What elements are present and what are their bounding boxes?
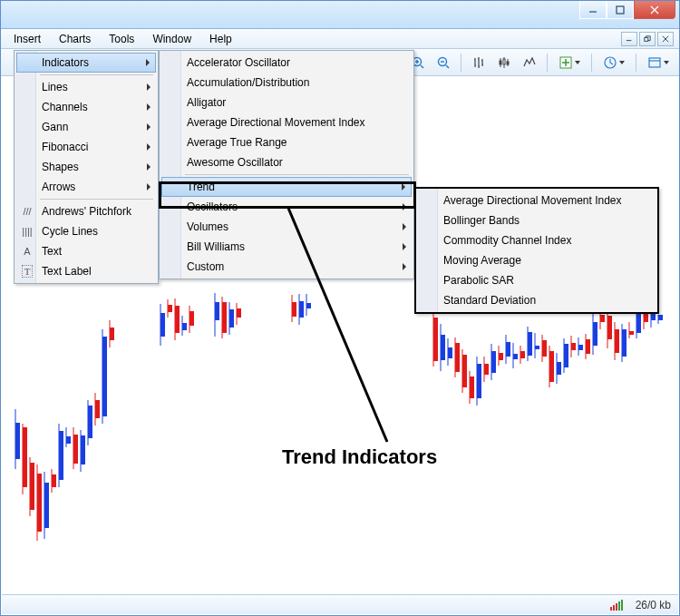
- trend-submenu: Average Directional Movement Index Bolli…: [414, 187, 659, 314]
- menu-item-trend[interactable]: Trend: [161, 177, 412, 197]
- andrews-pitchfork-icon: ///: [20, 204, 34, 219]
- menu-item-indicators[interactable]: Indicators: [16, 53, 156, 73]
- svg-rect-14: [618, 601, 620, 611]
- connection-icon: [610, 600, 627, 611]
- templates-button[interactable]: [643, 53, 674, 73]
- menu-item-bill-williams[interactable]: Bill Williams: [161, 237, 412, 257]
- menu-window[interactable]: Window: [143, 31, 200, 47]
- menu-label: Average True Range: [187, 136, 287, 149]
- chevron-right-icon: [403, 223, 406, 230]
- menu-label: Text: [42, 245, 62, 258]
- menu-separator: [40, 199, 153, 200]
- menubar: Insert Charts Tools Window Help: [1, 29, 679, 49]
- menu-item-moving-average[interactable]: Moving Average: [418, 250, 656, 270]
- menu-label: Shapes: [42, 161, 79, 173]
- chevron-right-icon: [147, 143, 151, 151]
- menu-label: Trend: [187, 181, 215, 193]
- chevron-right-icon: [147, 183, 151, 191]
- menu-item-volumes[interactable]: Volumes: [161, 217, 412, 237]
- zoom-out-button[interactable]: [432, 53, 454, 73]
- close-button[interactable]: [634, 1, 675, 19]
- menu-item-lines[interactable]: Lines: [16, 77, 156, 97]
- menu-label: Accelerator Oscillator: [187, 56, 290, 69]
- svg-rect-9: [649, 58, 660, 67]
- menu-item-standard-deviation[interactable]: Standard Deviation: [418, 290, 656, 310]
- cycle-lines-icon: ||||: [20, 224, 34, 239]
- menu-label: Parabolic SAR: [443, 274, 514, 287]
- menu-insert[interactable]: Insert: [5, 31, 50, 47]
- insert-menu-dropdown: Indicators Lines Channels Gann Fibonacci…: [14, 50, 159, 284]
- menu-item-text[interactable]: AText: [16, 241, 156, 261]
- menu-item-oscillators[interactable]: Oscillators: [161, 197, 412, 217]
- menu-label: Channels: [42, 101, 88, 113]
- toolbar-separator: [547, 54, 548, 72]
- chevron-right-icon: [402, 183, 405, 191]
- toolbar-separator: [636, 54, 636, 72]
- menu-item-bollinger-bands[interactable]: Bollinger Bands: [418, 210, 656, 230]
- menu-label: Oscillators: [187, 200, 238, 213]
- line-chart-button[interactable]: [519, 53, 540, 73]
- menu-label: Awesome Oscillator: [187, 156, 283, 169]
- menu-label: Average Directional Movement Index: [443, 194, 622, 207]
- minimize-button[interactable]: [579, 1, 607, 19]
- indicators-toolbar-button[interactable]: [554, 53, 585, 73]
- menu-item-text-label[interactable]: TText Label: [16, 261, 156, 281]
- svg-rect-15: [621, 600, 623, 611]
- menu-item-fibonacci[interactable]: Fibonacci: [16, 137, 156, 157]
- menu-item-channels[interactable]: Channels: [16, 97, 156, 117]
- chevron-down-icon: [575, 61, 580, 64]
- menu-label: Text Label: [42, 265, 92, 278]
- menu-label: Average Directional Movement Index: [187, 116, 365, 129]
- indicators-submenu: Accelerator Oscillator Accumulation/Dist…: [159, 50, 414, 279]
- menu-label: Lines: [42, 81, 68, 93]
- status-kb: 26/0 kb: [636, 599, 671, 611]
- menu-item-accumulation-distribution[interactable]: Accumulation/Distribution: [161, 73, 412, 93]
- menu-label: Gann: [42, 121, 68, 133]
- svg-rect-1: [645, 37, 648, 41]
- menu-item-trend-admi[interactable]: Average Directional Movement Index: [418, 191, 656, 210]
- statusbar: 26/0 kb: [2, 594, 678, 614]
- menu-label: Moving Average: [443, 254, 521, 267]
- menu-label: Fibonacci: [42, 141, 88, 153]
- titlebar: [1, 1, 679, 29]
- menu-item-gann[interactable]: Gann: [16, 117, 156, 137]
- menu-label: Indicators: [42, 56, 89, 69]
- menu-item-cycle-lines[interactable]: ||||Cycle Lines: [16, 221, 156, 241]
- menu-item-atr[interactable]: Average True Range: [161, 132, 412, 152]
- menu-separator: [40, 74, 153, 75]
- menu-item-awesome-oscillator[interactable]: Awesome Oscillator: [161, 152, 412, 172]
- chevron-down-icon: [664, 61, 669, 64]
- menu-label: Standard Deviation: [443, 294, 536, 307]
- mdi-restore-button[interactable]: [639, 32, 656, 46]
- menu-tools[interactable]: Tools: [100, 31, 143, 47]
- svg-rect-13: [616, 603, 617, 611]
- chevron-right-icon: [147, 103, 151, 111]
- maximize-button[interactable]: [607, 1, 634, 19]
- chevron-right-icon: [403, 203, 406, 210]
- menu-item-shapes[interactable]: Shapes: [16, 157, 156, 177]
- periodicity-button[interactable]: [598, 53, 629, 73]
- menu-item-admi[interactable]: Average Directional Movement Index: [161, 112, 412, 132]
- menu-item-alligator[interactable]: Alligator: [161, 93, 412, 112]
- text-icon: A: [20, 244, 34, 259]
- chevron-right-icon: [403, 243, 406, 250]
- menu-item-commodity-channel-index[interactable]: Commodity Channel Index: [418, 230, 656, 250]
- text-label-icon: T: [22, 265, 33, 278]
- mdi-minimize-button[interactable]: [621, 32, 637, 46]
- menu-item-arrows[interactable]: Arrows: [16, 177, 156, 197]
- menu-label: Andrews' Pitchfork: [42, 205, 131, 218]
- menu-item-custom[interactable]: Custom: [161, 257, 412, 277]
- menu-charts[interactable]: Charts: [50, 31, 100, 47]
- candle-chart-button[interactable]: [493, 53, 515, 73]
- menu-item-andrews-pitchfork[interactable]: ///Andrews' Pitchfork: [16, 201, 156, 221]
- menu-item-parabolic-sar[interactable]: Parabolic SAR: [418, 270, 656, 290]
- menu-separator: [185, 174, 409, 175]
- mdi-close-button[interactable]: [657, 32, 674, 46]
- svg-rect-0: [617, 6, 624, 14]
- menu-label: Volumes: [187, 220, 228, 233]
- menu-item-accelerator-oscillator[interactable]: Accelerator Oscillator: [161, 53, 412, 73]
- menu-help[interactable]: Help: [200, 31, 241, 47]
- svg-rect-4: [500, 61, 501, 64]
- svg-rect-5: [503, 59, 505, 64]
- bar-chart-button[interactable]: [468, 53, 490, 73]
